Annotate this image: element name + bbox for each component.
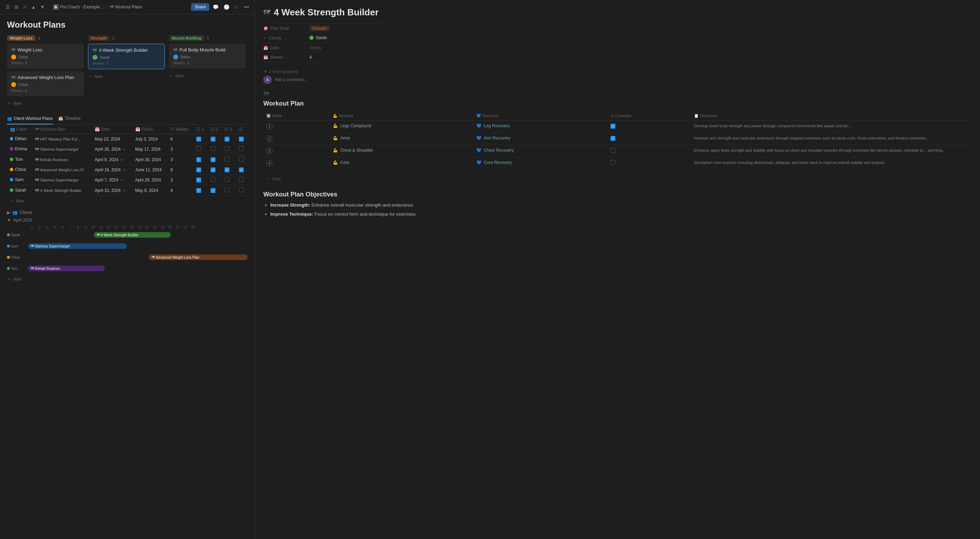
add-new-workout-row[interactable]: ＋ New [263, 174, 972, 184]
check-blue-5-1[interactable]: ✓ [211, 188, 215, 193]
wtd-recovery-4[interactable]: 💙 Core Recovery [474, 157, 608, 169]
more-props[interactable]: ▼ 1 more property [263, 68, 972, 75]
wtd-workout-3[interactable]: 💪 Chest & Shoulder [330, 145, 474, 157]
wtd-week-2[interactable]: 2 [263, 133, 330, 145]
td-check-0-0[interactable]: ✓ [194, 134, 208, 144]
tab-timeline[interactable]: 📅 Timeline [58, 113, 81, 124]
td-check-4-0[interactable]: ✓ [194, 175, 208, 185]
td-check-1-2[interactable] [222, 144, 236, 155]
check-empty-1-3[interactable] [239, 146, 244, 151]
check-empty-4-3[interactable] [239, 177, 244, 182]
check-empty-5-3[interactable] [239, 187, 244, 192]
wtd-recovery-2[interactable]: 💙 Arm Recovery [474, 133, 608, 145]
add-new-muscle[interactable]: ＋ New [169, 71, 246, 80]
tl-bar-tom[interactable]: 🗺 Rehab Routines [28, 266, 105, 271]
td-check-2-0[interactable]: ✓ [194, 155, 208, 165]
share-button[interactable]: Share [191, 3, 209, 11]
kanban-card-4week-strength[interactable]: 🗺 4 Week Strength Builder Sarah Weeks: 4 [88, 44, 165, 69]
td-check-3-3[interactable]: ✓ [236, 165, 248, 175]
complete-check-2[interactable]: ✓ [611, 136, 616, 141]
tl-bar-sarah[interactable]: 🗺 4 Week Strength Builder [94, 232, 171, 238]
breadcrumb-section[interactable]: 🗺 Workout Plans [110, 5, 142, 10]
wtd-complete-1[interactable]: ✓ [608, 121, 691, 133]
month-row[interactable]: ▼ April 2024 [7, 218, 248, 223]
td-check-1-3[interactable] [236, 144, 248, 155]
wtd-workout-4[interactable]: 💪 Core [330, 157, 474, 169]
td-check-5-2[interactable] [222, 185, 236, 196]
wtd-recovery-1[interactable]: 💙 Leg Recovery [474, 121, 608, 133]
td-check-3-0[interactable]: ✓ [194, 165, 208, 175]
prop-value-date[interactable]: Empty [309, 45, 321, 50]
check-blue-3-2[interactable]: ✓ [224, 167, 229, 172]
wtd-week-1[interactable]: 1 [263, 121, 330, 133]
wtd-complete-2[interactable]: ✓ [608, 133, 691, 145]
td-check-4-2[interactable] [222, 175, 236, 185]
check-blue-0-0[interactable]: ✓ [196, 137, 201, 142]
tl-bar-chloe[interactable]: 🗺 Advanced Weight Loss Plan [149, 255, 248, 260]
wtd-week-4[interactable]: 4 [263, 157, 330, 169]
complete-check-1[interactable]: ✓ [611, 124, 616, 129]
sidebar-toggle-icon[interactable]: ☰ [4, 3, 11, 11]
tl-bar-sam[interactable]: 🗺 Stamina Supercharger [28, 243, 127, 249]
td-check-1-1[interactable] [208, 144, 222, 155]
add-new-table[interactable]: ＋ New [7, 196, 248, 206]
td-check-0-1[interactable]: ✓ [208, 134, 222, 144]
check-blue-2-1[interactable]: ✓ [211, 157, 215, 162]
td-check-1-0[interactable] [194, 144, 208, 155]
layout-icon[interactable]: ⊞ [13, 3, 20, 11]
prop-value-weeks[interactable]: 4 [309, 55, 312, 60]
breadcrumb-app[interactable]: 🏠 Pro Coach - Example ... [53, 4, 104, 10]
fullscreen-icon[interactable]: ⤢ [21, 3, 28, 11]
comment-icon[interactable]: 💬 [211, 3, 220, 11]
wtd-week-3[interactable]: 3 [263, 145, 330, 157]
clients-header[interactable]: ▶ 👥 Clients [7, 210, 248, 215]
td-check-3-2[interactable]: ✓ [222, 165, 236, 175]
check-blue-3-3[interactable]: ✓ [239, 167, 244, 172]
check-empty-1-0[interactable] [196, 146, 201, 151]
add-new-strength[interactable]: ＋ New [88, 72, 165, 81]
wtd-recovery-3[interactable]: 💙 Chest Recovery [474, 145, 608, 157]
kanban-card-full-body[interactable]: 🗺 Full Body Muscle Build Dillian Weeks: … [169, 44, 246, 69]
td-check-5-3[interactable] [236, 185, 248, 196]
td-check-5-0[interactable]: ✓ [194, 185, 208, 196]
check-blue-5-0[interactable]: ✓ [196, 188, 201, 193]
nav-back-icon[interactable]: ▲ [30, 3, 37, 11]
add-new-weight-loss[interactable]: ＋ New [7, 99, 84, 108]
comment-input[interactable] [275, 77, 972, 82]
check-empty-2-2[interactable] [224, 156, 229, 161]
prop-value-clients[interactable]: Sarah [309, 35, 327, 41]
td-check-4-3[interactable] [236, 175, 248, 185]
wtd-complete-4[interactable] [608, 157, 691, 169]
td-check-0-2[interactable]: ✓ [222, 134, 236, 144]
check-blue-0-2[interactable]: ✓ [224, 137, 229, 142]
wtd-workout-1[interactable]: 💪 Legs Compound [330, 121, 474, 133]
check-blue-3-1[interactable]: ✓ [211, 167, 215, 172]
td-check-5-1[interactable]: ✓ [208, 185, 222, 196]
check-blue-0-3[interactable]: ✓ [239, 137, 244, 142]
td-check-2-3[interactable] [236, 155, 248, 165]
check-blue-0-1[interactable]: ✓ [211, 137, 215, 142]
check-empty-4-1[interactable] [211, 177, 215, 182]
check-empty-1-2[interactable] [224, 146, 229, 151]
kanban-card-advanced-weight-loss[interactable]: 🗺 Advanced Weight Loss Plan Chloe Weeks:… [7, 71, 84, 96]
more-icon[interactable]: ••• [242, 3, 250, 11]
check-blue-4-0[interactable]: ✓ [196, 177, 201, 182]
check-empty-1-1[interactable] [211, 146, 215, 151]
check-blue-3-0[interactable]: ✓ [196, 167, 201, 172]
star-icon[interactable]: ☆ [233, 3, 240, 11]
td-check-4-1[interactable] [208, 175, 222, 185]
wtd-complete-3[interactable] [608, 145, 691, 157]
td-check-3-1[interactable]: ✓ [208, 165, 222, 175]
check-empty-4-2[interactable] [224, 177, 229, 182]
add-new-timeline[interactable]: ＋ New [7, 275, 248, 284]
kanban-card-weight-loss[interactable]: 🗺 Weight Loss Chloe Weeks: 4 [7, 44, 84, 69]
check-empty-2-3[interactable] [239, 156, 244, 161]
nav-forward-icon[interactable]: ▼ [39, 3, 46, 11]
check-empty-5-2[interactable] [224, 187, 229, 192]
prop-value-goal[interactable]: Strength [309, 26, 330, 31]
check-blue-2-0[interactable]: ✓ [196, 157, 201, 162]
history-icon[interactable]: 🕐 [222, 3, 231, 11]
td-check-2-2[interactable] [222, 155, 236, 165]
complete-check-3[interactable] [611, 148, 616, 153]
td-check-2-1[interactable]: ✓ [208, 155, 222, 165]
